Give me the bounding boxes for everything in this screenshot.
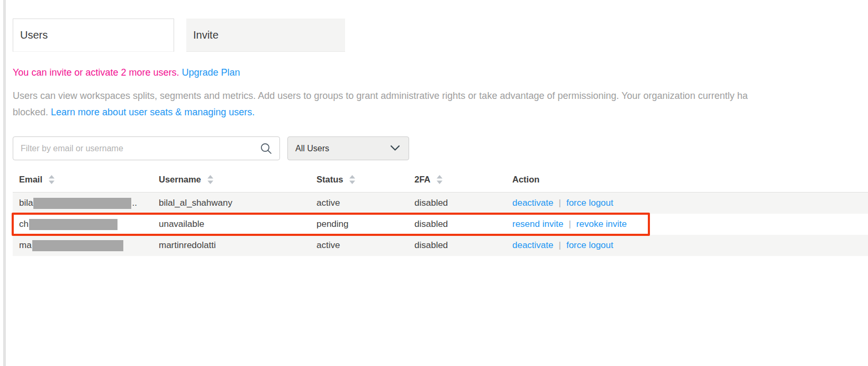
redaction-box bbox=[29, 219, 117, 230]
force-logout-link[interactable]: force logout bbox=[566, 198, 613, 208]
tab-invite[interactable]: Invite bbox=[186, 19, 345, 52]
email-cell: ma bbox=[19, 235, 124, 256]
users-description: Users can view workspaces splits, segmen… bbox=[13, 88, 868, 121]
seats-notice-text: You can invite or activate 2 more users. bbox=[13, 67, 179, 78]
revoke-invite-link[interactable]: revoke invite bbox=[576, 219, 627, 230]
column-header-username: Username bbox=[159, 175, 213, 185]
table-row: ch unavailable pending disabled resend i… bbox=[13, 214, 868, 235]
users-description-line2-text: blocked. bbox=[13, 107, 51, 117]
action-separator bbox=[559, 198, 561, 208]
column-header-status: Status bbox=[317, 175, 355, 185]
email-text: bila bbox=[19, 198, 33, 208]
sort-icon[interactable] bbox=[437, 175, 442, 184]
username-cell: martinredolatti bbox=[159, 235, 216, 256]
email-cell: ch bbox=[19, 214, 118, 235]
username-cell: unavailable bbox=[159, 214, 204, 235]
tab-users-label: Users bbox=[20, 29, 48, 41]
filter-input[interactable] bbox=[13, 137, 260, 160]
search-icon bbox=[260, 142, 273, 155]
user-type-dropdown-value: All Users bbox=[295, 144, 329, 153]
action-cell: deactivate force logout bbox=[512, 193, 613, 214]
column-header-email-label: Email bbox=[19, 175, 42, 185]
email-text: ma bbox=[19, 240, 32, 251]
users-table-header: Email Username Status 2FA Action bbox=[13, 170, 868, 193]
action-separator bbox=[568, 219, 571, 230]
page-left-edge-strip bbox=[3, 0, 6, 366]
twofa-cell: disabled bbox=[414, 235, 448, 256]
action-cell: deactivate force logout bbox=[512, 235, 613, 256]
users-description-line2: blocked. Learn more about user seats & m… bbox=[13, 104, 868, 121]
upgrade-plan-link[interactable]: Upgrade Plan bbox=[182, 67, 240, 78]
status-cell: active bbox=[317, 235, 340, 256]
column-header-username-label: Username bbox=[159, 175, 201, 185]
tab-users[interactable]: Users bbox=[13, 19, 174, 52]
users-table: Email Username Status 2FA Action bbox=[13, 170, 868, 256]
seats-notice: You can invite or activate 2 more users.… bbox=[13, 66, 240, 79]
table-row: bila.. bilal_al_shahwany active disabled… bbox=[13, 193, 868, 214]
action-cell: resend invite revoke invite bbox=[512, 214, 627, 235]
user-type-dropdown[interactable]: All Users bbox=[287, 136, 409, 160]
column-header-action: Action bbox=[512, 175, 539, 185]
redaction-box bbox=[33, 198, 131, 209]
tab-invite-label: Invite bbox=[193, 29, 219, 41]
filter-input-container bbox=[13, 136, 280, 160]
column-header-action-label: Action bbox=[512, 175, 539, 185]
username-cell: bilal_al_shahwany bbox=[159, 193, 232, 214]
column-header-2fa-label: 2FA bbox=[414, 175, 430, 185]
twofa-cell: disabled bbox=[414, 193, 448, 214]
email-cell: bila.. bbox=[19, 193, 137, 214]
column-header-email: Email bbox=[19, 175, 55, 185]
learn-more-link[interactable]: Learn more about user seats & managing u… bbox=[51, 107, 255, 117]
deactivate-link[interactable]: deactivate bbox=[512, 198, 554, 208]
sort-icon[interactable] bbox=[349, 175, 355, 184]
chevron-down-icon bbox=[390, 144, 400, 153]
sort-icon[interactable] bbox=[207, 175, 213, 184]
redaction-box bbox=[32, 240, 123, 251]
column-header-2fa: 2FA bbox=[414, 175, 442, 185]
table-row: ma martinredolatti active disabled deact… bbox=[13, 235, 868, 256]
resend-invite-link[interactable]: resend invite bbox=[512, 219, 563, 230]
deactivate-link[interactable]: deactivate bbox=[512, 240, 554, 251]
status-cell: pending bbox=[317, 214, 349, 235]
force-logout-link[interactable]: force logout bbox=[566, 240, 613, 251]
email-text: ch bbox=[19, 219, 29, 230]
email-ellipsis: .. bbox=[132, 198, 137, 208]
column-header-status-label: Status bbox=[317, 175, 343, 185]
twofa-cell: disabled bbox=[414, 214, 448, 235]
status-cell: active bbox=[317, 193, 340, 214]
users-description-line1: Users can view workspaces splits, segmen… bbox=[13, 88, 868, 104]
action-separator bbox=[559, 240, 561, 251]
sort-icon[interactable] bbox=[49, 175, 55, 184]
